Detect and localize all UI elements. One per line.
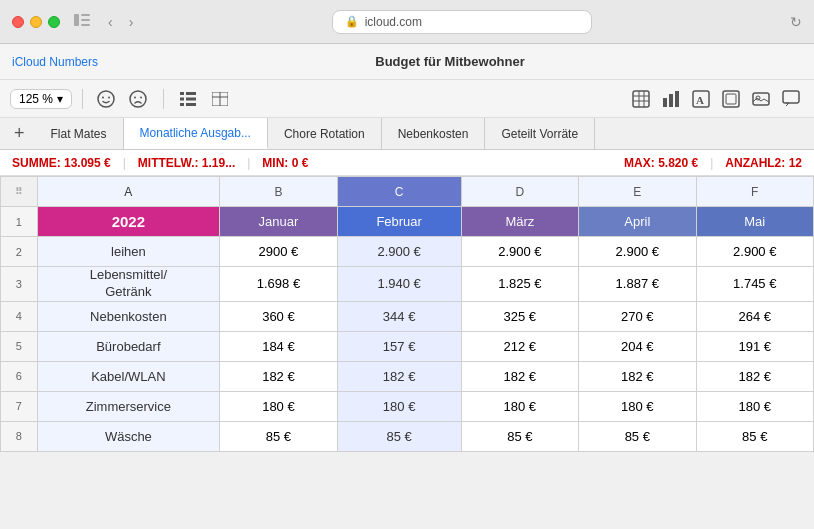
svg-rect-33 xyxy=(783,91,799,103)
formula-bar: SUMME: 13.095 € | MITTELW.: 1.19... | MI… xyxy=(0,150,814,176)
cell-8b[interactable]: 85 € xyxy=(220,421,337,451)
col-header-d[interactable]: D xyxy=(461,177,578,207)
list-view-button[interactable] xyxy=(176,90,200,108)
cell-8d[interactable]: 85 € xyxy=(461,421,578,451)
tab-extra-costs[interactable]: Nebenkosten xyxy=(382,118,486,149)
svg-point-7 xyxy=(130,91,146,107)
cell-5c[interactable]: 157 € xyxy=(337,331,461,361)
cell-7e[interactable]: 180 € xyxy=(579,391,696,421)
mittelw-stat: MITTELW.: 1.19... xyxy=(138,156,235,170)
cell-5f[interactable]: 191 € xyxy=(696,331,814,361)
address-bar-container: 🔒 icloud.com xyxy=(145,10,778,34)
browser-chrome: ‹ › 🔒 icloud.com ↻ xyxy=(0,0,814,44)
cell-2b[interactable]: 2900 € xyxy=(220,237,337,267)
table-insert-button[interactable] xyxy=(208,90,232,108)
tab-monthly-expenses[interactable]: Monatliche Ausgab... xyxy=(124,118,268,149)
cell-1f[interactable]: Mai xyxy=(696,207,814,237)
cell-8e[interactable]: 85 € xyxy=(579,421,696,451)
cell-8a[interactable]: Wäsche xyxy=(37,421,220,451)
comment-button[interactable] xyxy=(778,88,804,110)
row-number-7: 7 xyxy=(1,391,38,421)
tab-flat-mates[interactable]: Flat Mates xyxy=(35,118,124,149)
cell-3a[interactable]: Lebensmittel/Getränk xyxy=(37,267,220,302)
cell-5b[interactable]: 184 € xyxy=(220,331,337,361)
cell-4b[interactable]: 360 € xyxy=(220,301,337,331)
table-button[interactable] xyxy=(628,88,654,110)
cell-3f[interactable]: 1.745 € xyxy=(696,267,814,302)
cell-3d[interactable]: 1.825 € xyxy=(461,267,578,302)
zoom-chevron-icon: ▾ xyxy=(57,92,63,106)
cell-1d[interactable]: März xyxy=(461,207,578,237)
cell-6c[interactable]: 182 € xyxy=(337,361,461,391)
col-header-a[interactable]: A xyxy=(37,177,220,207)
cell-1e[interactable]: April xyxy=(579,207,696,237)
cell-1c[interactable]: Februar xyxy=(337,207,461,237)
drag-handle-icon: ⠿ xyxy=(5,186,33,197)
cell-3e[interactable]: 1.887 € xyxy=(579,267,696,302)
svg-rect-30 xyxy=(726,94,736,104)
address-bar[interactable]: 🔒 icloud.com xyxy=(332,10,592,34)
shape-button[interactable] xyxy=(718,88,744,110)
cell-8c[interactable]: 85 € xyxy=(337,421,461,451)
zoom-value: 125 % xyxy=(19,92,53,106)
tab-shared-supplies[interactable]: Geteilt Vorräte xyxy=(485,118,595,149)
cell-6b[interactable]: 182 € xyxy=(220,361,337,391)
cell-1b[interactable]: Januar xyxy=(220,207,337,237)
summe-stat: SUMME: 13.095 € xyxy=(12,156,111,170)
cell-7d[interactable]: 180 € xyxy=(461,391,578,421)
cell-7f[interactable]: 180 € xyxy=(696,391,814,421)
cell-4e[interactable]: 270 € xyxy=(579,301,696,331)
cell-4f[interactable]: 264 € xyxy=(696,301,814,331)
back-button[interactable]: ‹ xyxy=(104,12,117,32)
sidebar-toggle-button[interactable] xyxy=(68,12,96,31)
col-header-b[interactable]: B xyxy=(220,177,337,207)
cell-3c[interactable]: 1.940 € xyxy=(337,267,461,302)
svg-rect-10 xyxy=(180,92,184,95)
cell-1a[interactable]: 2022 xyxy=(37,207,220,237)
cell-6d[interactable]: 182 € xyxy=(461,361,578,391)
toolbar-separator-1 xyxy=(82,89,83,109)
toolbar-right: A xyxy=(628,88,804,110)
cell-4d[interactable]: 325 € xyxy=(461,301,578,331)
text-button[interactable]: A xyxy=(688,88,714,110)
minimize-button[interactable] xyxy=(30,16,42,28)
lock-icon: 🔒 xyxy=(345,15,359,28)
cell-4c[interactable]: 344 € xyxy=(337,301,461,331)
cell-2e[interactable]: 2.900 € xyxy=(579,237,696,267)
cell-8f[interactable]: 85 € xyxy=(696,421,814,451)
cell-7b[interactable]: 180 € xyxy=(220,391,337,421)
svg-rect-2 xyxy=(81,19,90,21)
cell-2a[interactable]: leihen xyxy=(37,237,220,267)
col-header-e[interactable]: E xyxy=(579,177,696,207)
tab-chore-rotation[interactable]: Chore Rotation xyxy=(268,118,382,149)
col-header-f[interactable]: F xyxy=(696,177,814,207)
cell-2c[interactable]: 2.900 € xyxy=(337,237,461,267)
zoom-control[interactable]: 125 % ▾ xyxy=(10,89,72,109)
cell-6f[interactable]: 182 € xyxy=(696,361,814,391)
forward-button[interactable]: › xyxy=(125,12,138,32)
cell-2d[interactable]: 2.900 € xyxy=(461,237,578,267)
add-tab-button[interactable]: + xyxy=(4,118,35,149)
table-row: 5 Bürobedarf 184 € 157 € 212 € 204 € 191… xyxy=(1,331,814,361)
cell-5a[interactable]: Bürobedarf xyxy=(37,331,220,361)
emoji-happy-button[interactable] xyxy=(93,88,119,110)
cell-5e[interactable]: 204 € xyxy=(579,331,696,361)
cell-6e[interactable]: 182 € xyxy=(579,361,696,391)
col-header-c[interactable]: C xyxy=(337,177,461,207)
svg-point-4 xyxy=(98,91,114,107)
spreadsheet-area: ⠿ A B C D E F 1 2022 Januar Februar März… xyxy=(0,176,814,452)
cell-5d[interactable]: 212 € xyxy=(461,331,578,361)
emoji-sad-button[interactable] xyxy=(125,88,151,110)
table-row: 8 Wäsche 85 € 85 € 85 € 85 € 85 € xyxy=(1,421,814,451)
cell-2f[interactable]: 2.900 € xyxy=(696,237,814,267)
reload-button[interactable]: ↻ xyxy=(790,14,802,30)
cell-4a[interactable]: Nebenkosten xyxy=(37,301,220,331)
close-button[interactable] xyxy=(12,16,24,28)
media-button[interactable] xyxy=(748,88,774,110)
chart-button[interactable] xyxy=(658,88,684,110)
maximize-button[interactable] xyxy=(48,16,60,28)
cell-6a[interactable]: Kabel/WLAN xyxy=(37,361,220,391)
cell-7a[interactable]: Zimmerservice xyxy=(37,391,220,421)
cell-3b[interactable]: 1.698 € xyxy=(220,267,337,302)
cell-7c[interactable]: 180 € xyxy=(337,391,461,421)
